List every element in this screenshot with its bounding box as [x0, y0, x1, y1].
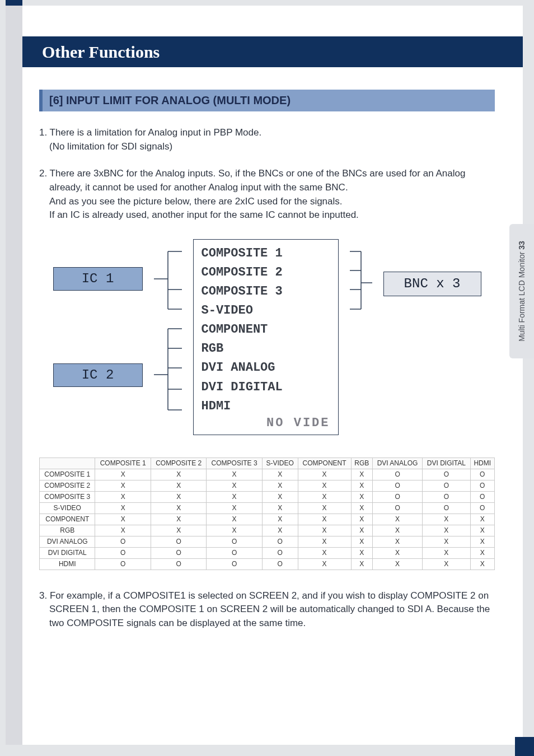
table-cell: X	[298, 514, 351, 525]
table-row: HDMIOOOOXXXXX	[40, 558, 495, 570]
table-cell: X	[423, 525, 470, 536]
table-row-header: S-VIDEO	[40, 502, 95, 514]
signal-list-box: COMPOSITE 1COMPOSITE 2COMPOSITE 3S-VIDEO…	[193, 239, 339, 435]
table-cell: X	[470, 558, 494, 570]
table-cell: X	[262, 525, 298, 536]
table-cell: X	[207, 480, 262, 491]
table-cell: X	[262, 469, 298, 480]
bnc-box: BNC x 3	[383, 272, 481, 296]
table-cell: X	[207, 491, 262, 502]
table-cell: X	[372, 525, 422, 536]
table-row: S-VIDEOXXXXXXOOO	[40, 502, 495, 514]
signal-row: S-VIDEO	[202, 301, 330, 320]
table-row-header: HDMI	[40, 558, 95, 570]
table-col-header: S-VIDEO	[262, 458, 298, 469]
signal-row: COMPOSITE 2	[202, 263, 330, 282]
table-row-header: COMPOSITE 3	[40, 491, 95, 502]
table-cell: O	[470, 469, 494, 480]
table-cell: X	[95, 480, 151, 491]
table-cell: O	[95, 536, 151, 547]
table-cell: X	[151, 469, 206, 480]
table-cell: O	[151, 558, 206, 570]
table-row: RGBXXXXXXXXX	[40, 525, 495, 536]
table-cell: O	[95, 547, 151, 558]
chapter-header-bar: Other Functions	[22, 36, 523, 67]
table-cell: X	[151, 514, 206, 525]
table-cell: X	[351, 502, 372, 514]
table-cell: X	[95, 525, 151, 536]
table-row-header: COMPONENT	[40, 514, 95, 525]
table-cell: X	[95, 469, 151, 480]
table-col-header: COMPONENT	[298, 458, 351, 469]
table-cell: O	[372, 469, 422, 480]
table-cell: O	[423, 480, 470, 491]
side-tab-caption: Multi Format LCD Monitor	[517, 250, 526, 342]
table-cell: X	[207, 469, 262, 480]
paragraph-3: 3. For example, if a COMPOSITE1 is selec…	[39, 589, 495, 631]
table-cell: X	[470, 547, 494, 558]
table-cell: X	[298, 536, 351, 547]
para2-line4: If an IC is already used, another input …	[39, 208, 495, 222]
table-cell: O	[423, 469, 470, 480]
paragraph-2: 2. There are 3xBNC for the Analog inputs…	[39, 167, 495, 222]
side-tab-page-number: 33	[517, 241, 526, 250]
table-cell: X	[262, 491, 298, 502]
ic1-box: IC 1	[53, 267, 143, 291]
table-cell: X	[298, 491, 351, 502]
table-cell: X	[351, 469, 372, 480]
connector-right	[350, 239, 372, 430]
para3-line2: SCREEN 1, then the COMPOSITE 1 on SCREEN…	[39, 603, 495, 617]
para3-line3: two COMPOSITE signals can be displayed a…	[39, 617, 495, 631]
table-cell: O	[470, 480, 494, 491]
table-row-header: COMPOSITE 1	[40, 469, 95, 480]
side-tab-label: Multi Format LCD Monitor 33	[517, 241, 526, 342]
side-page-tab: Multi Format LCD Monitor 33	[509, 224, 534, 358]
signal-row: DVI DIGITAL	[202, 378, 330, 397]
table-row-header: RGB	[40, 525, 95, 536]
table-cell: X	[262, 480, 298, 491]
table-cell: X	[207, 525, 262, 536]
table-cell: X	[298, 469, 351, 480]
table-cell: X	[423, 514, 470, 525]
connector-left	[154, 239, 182, 430]
table-cell: X	[372, 514, 422, 525]
table-col-header: COMPOSITE 3	[207, 458, 262, 469]
ic2-box: IC 2	[53, 363, 143, 387]
table-cell: X	[351, 558, 372, 570]
table-cell: O	[372, 480, 422, 491]
table-cell: X	[207, 514, 262, 525]
diagram-bnc-column: BNC x 3	[383, 239, 481, 435]
signal-row: HDMI	[202, 397, 330, 416]
signal-row: COMPOSITE 3	[202, 282, 330, 301]
table-cell: X	[351, 491, 372, 502]
table-cell: X	[372, 547, 422, 558]
table-row-header: COMPOSITE 2	[40, 480, 95, 491]
table-cell: X	[351, 480, 372, 491]
para1-line1: 1. There is a limitation for Analog inpu…	[39, 127, 261, 138]
table-cell: O	[372, 502, 422, 514]
table-cell: X	[151, 480, 206, 491]
signal-footer: NO VIDE	[202, 416, 330, 430]
para2-line2: already, it cannot be used for another A…	[39, 181, 495, 195]
table-cell: O	[151, 536, 206, 547]
table-col-header: COMPOSITE 1	[95, 458, 151, 469]
table-cell: X	[151, 491, 206, 502]
table-cell: O	[262, 536, 298, 547]
paragraph-1: 1. There is a limitation for Analog inpu…	[39, 126, 495, 153]
signal-row: RGB	[202, 339, 330, 358]
table-row: COMPOSITE 2XXXXXXOOO	[40, 480, 495, 491]
table-cell: X	[298, 502, 351, 514]
table-cell: X	[423, 536, 470, 547]
table-cell: X	[372, 536, 422, 547]
para2-line3: And as you see the picture below, there …	[39, 195, 495, 209]
signal-diagram: IC 1 IC 2	[39, 239, 495, 435]
diagram-signal-list: COMPOSITE 1COMPOSITE 2COMPOSITE 3S-VIDEO…	[193, 239, 339, 435]
table-cell: X	[470, 536, 494, 547]
signal-row: COMPOSITE 1	[202, 244, 330, 263]
table-col-header: COMPOSITE 2	[151, 458, 206, 469]
signal-row: DVI ANALOG	[202, 358, 330, 377]
para2-line1: 2. There are 3xBNC for the Analog inputs…	[39, 168, 465, 179]
table-cell: O	[151, 547, 206, 558]
table-corner-cell	[40, 458, 95, 469]
table-row: COMPOSITE 3XXXXXXOOO	[40, 491, 495, 502]
